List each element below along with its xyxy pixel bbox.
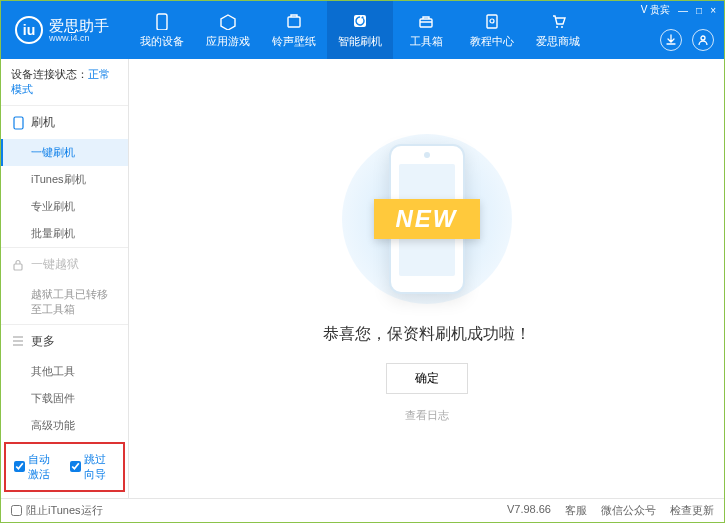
check-update-link[interactable]: 检查更新 bbox=[670, 503, 714, 518]
version-label: V7.98.66 bbox=[507, 503, 551, 518]
new-ribbon: NEW bbox=[374, 199, 480, 239]
svg-rect-4 bbox=[487, 15, 497, 28]
app-name: 爱思助手 bbox=[49, 18, 109, 33]
service-link[interactable]: 客服 bbox=[565, 503, 587, 518]
svg-point-5 bbox=[490, 19, 494, 23]
toolbox-icon bbox=[416, 11, 436, 31]
main-nav: 我的设备应用游戏铃声壁纸智能刷机工具箱教程中心爱思商城 bbox=[129, 1, 591, 59]
sidebar-flash-item-0[interactable]: 一键刷机 bbox=[1, 139, 128, 166]
app-url: www.i4.cn bbox=[49, 33, 109, 43]
sidebar-flash-item-3[interactable]: 批量刷机 bbox=[1, 220, 128, 247]
nav-label: 应用游戏 bbox=[206, 34, 250, 49]
svg-rect-9 bbox=[14, 117, 23, 129]
jailbreak-note: 越狱工具已转移至工具箱 bbox=[1, 281, 128, 324]
nav-label: 铃声壁纸 bbox=[272, 34, 316, 49]
auto-activate-label: 自动激活 bbox=[28, 452, 60, 482]
wechat-link[interactable]: 微信公众号 bbox=[601, 503, 656, 518]
ok-button[interactable]: 确定 bbox=[386, 363, 468, 394]
sidebar-more-title: 更多 bbox=[31, 333, 55, 350]
nav-cart[interactable]: 爱思商城 bbox=[525, 1, 591, 59]
window-controls: V 贵宾 — □ × bbox=[641, 3, 716, 17]
app-header: iu 爱思助手 www.i4.cn 我的设备应用游戏铃声壁纸智能刷机工具箱教程中… bbox=[1, 1, 724, 59]
svg-rect-1 bbox=[288, 17, 300, 27]
logo-icon: iu bbox=[15, 16, 43, 44]
phone-icon bbox=[152, 11, 172, 31]
maximize-button[interactable]: □ bbox=[696, 5, 702, 16]
sidebar-more-item-0[interactable]: 其他工具 bbox=[1, 358, 128, 385]
nav-apps[interactable]: 应用游戏 bbox=[195, 1, 261, 59]
svg-point-6 bbox=[556, 26, 558, 28]
nav-toolbox[interactable]: 工具箱 bbox=[393, 1, 459, 59]
nav-phone[interactable]: 我的设备 bbox=[129, 1, 195, 59]
skip-guide-checkbox[interactable]: 跳过向导 bbox=[70, 452, 116, 482]
svg-rect-10 bbox=[14, 264, 22, 270]
block-itunes-checkbox[interactable]: 阻止iTunes运行 bbox=[11, 503, 103, 518]
apps-icon bbox=[218, 11, 238, 31]
view-log-link[interactable]: 查看日志 bbox=[405, 408, 449, 423]
options-highlighted: 自动激活 跳过向导 bbox=[4, 442, 125, 492]
refresh-icon bbox=[350, 11, 370, 31]
block-itunes-label: 阻止iTunes运行 bbox=[26, 503, 103, 518]
auto-activate-checkbox[interactable]: 自动激活 bbox=[14, 452, 60, 482]
lock-icon bbox=[11, 258, 25, 272]
nav-label: 爱思商城 bbox=[536, 34, 580, 49]
menu-icon bbox=[11, 334, 25, 348]
sidebar-more-item-2[interactable]: 高级功能 bbox=[1, 412, 128, 439]
nav-label: 教程中心 bbox=[470, 34, 514, 49]
status-label: 设备连接状态： bbox=[11, 68, 88, 80]
nav-label: 工具箱 bbox=[410, 34, 443, 49]
sidebar-section-more[interactable]: 更多 bbox=[1, 325, 128, 358]
sidebar-more-item-1[interactable]: 下载固件 bbox=[1, 385, 128, 412]
vip-label[interactable]: V 贵宾 bbox=[641, 3, 670, 17]
footer: 阻止iTunes运行 V7.98.66 客服 微信公众号 检查更新 bbox=[1, 498, 724, 522]
sidebar-flash-item-1[interactable]: iTunes刷机 bbox=[1, 166, 128, 193]
sidebar-section-jailbreak[interactable]: 一键越狱 bbox=[1, 248, 128, 281]
nav-wallet[interactable]: 铃声壁纸 bbox=[261, 1, 327, 59]
nav-label: 我的设备 bbox=[140, 34, 184, 49]
main-content: NEW 恭喜您，保资料刷机成功啦！ 确定 查看日志 bbox=[129, 59, 724, 498]
nav-refresh[interactable]: 智能刷机 bbox=[327, 1, 393, 59]
svg-point-8 bbox=[701, 36, 705, 40]
nav-book[interactable]: 教程中心 bbox=[459, 1, 525, 59]
sidebar-flash-item-2[interactable]: 专业刷机 bbox=[1, 193, 128, 220]
svg-rect-3 bbox=[420, 19, 432, 27]
book-icon bbox=[482, 11, 502, 31]
sidebar-section-flash[interactable]: 刷机 bbox=[1, 106, 128, 139]
nav-label: 智能刷机 bbox=[338, 34, 382, 49]
success-message: 恭喜您，保资料刷机成功啦！ bbox=[323, 324, 531, 345]
svg-rect-0 bbox=[157, 14, 167, 30]
phone-icon bbox=[11, 116, 25, 130]
sidebar-flash-title: 刷机 bbox=[31, 114, 55, 131]
wallet-icon bbox=[284, 11, 304, 31]
sidebar: 设备连接状态：正常模式 刷机 一键刷机iTunes刷机专业刷机批量刷机 一键越狱… bbox=[1, 59, 129, 498]
cart-icon bbox=[548, 11, 568, 31]
connection-status: 设备连接状态：正常模式 bbox=[1, 59, 128, 106]
logo-area: iu 爱思助手 www.i4.cn bbox=[1, 16, 129, 44]
download-button[interactable] bbox=[660, 29, 682, 51]
success-illustration: NEW bbox=[342, 134, 512, 304]
user-button[interactable] bbox=[692, 29, 714, 51]
sidebar-jailbreak-title: 一键越狱 bbox=[31, 256, 79, 273]
minimize-button[interactable]: — bbox=[678, 5, 688, 16]
svg-point-7 bbox=[561, 26, 563, 28]
skip-guide-label: 跳过向导 bbox=[84, 452, 116, 482]
close-button[interactable]: × bbox=[710, 5, 716, 16]
